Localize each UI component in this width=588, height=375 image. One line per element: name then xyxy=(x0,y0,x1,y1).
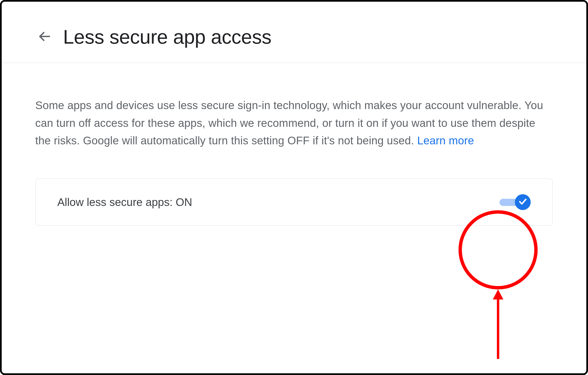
settings-panel: Less secure app access Some apps and dev… xyxy=(0,0,588,375)
allow-less-secure-apps-toggle[interactable] xyxy=(500,196,531,208)
page-title: Less secure app access xyxy=(63,26,272,48)
arrow-left-icon xyxy=(38,30,51,44)
allow-less-secure-apps-card: Allow less secure apps: ON xyxy=(35,178,553,226)
content-area: Some apps and devices use less secure si… xyxy=(2,63,586,226)
page-header: Less secure app access xyxy=(2,2,586,63)
description-text: Some apps and devices use less secure si… xyxy=(35,97,553,150)
checkmark-icon xyxy=(518,197,527,207)
annotation-arrow xyxy=(491,289,505,359)
allow-less-secure-apps-label: Allow less secure apps: ON xyxy=(57,196,192,208)
svg-marker-2 xyxy=(493,289,503,300)
back-button[interactable] xyxy=(35,28,53,46)
learn-more-link[interactable]: Learn more xyxy=(417,134,474,147)
toggle-thumb xyxy=(515,194,531,210)
